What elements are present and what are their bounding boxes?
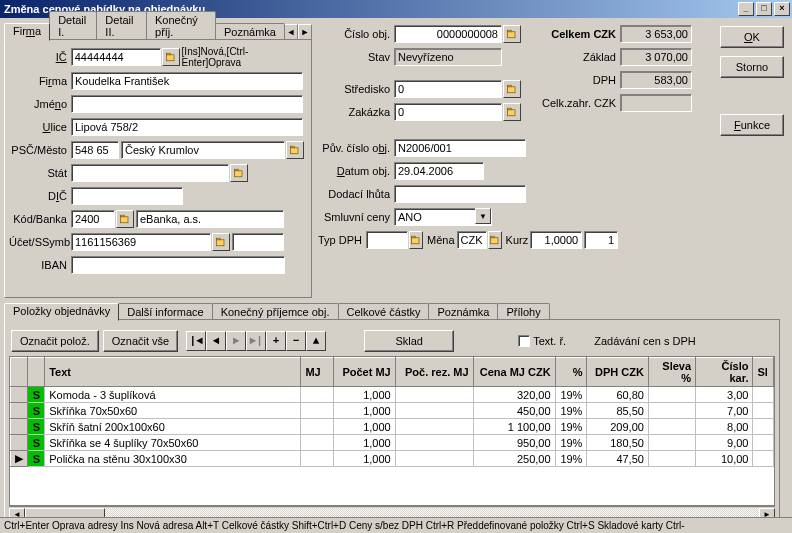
mesto-lookup[interactable] <box>286 141 304 159</box>
cisloobj-input[interactable] <box>394 25 502 43</box>
tab-celkove-castky[interactable]: Celkové částky <box>338 303 430 320</box>
stat-lookup[interactable] <box>230 164 248 182</box>
stredisko-label: Středisko <box>318 83 394 95</box>
table-row[interactable]: SKomoda - 3 šuplíková1,000320,0019%60,80… <box>11 387 774 403</box>
stredisko-lookup[interactable] <box>503 80 521 98</box>
col-sl[interactable]: Sl <box>753 358 774 387</box>
col-mj[interactable]: MJ <box>301 358 334 387</box>
nav-add[interactable]: + <box>266 331 286 351</box>
nav-edit[interactable]: ▲ <box>306 331 326 351</box>
banka-input[interactable] <box>136 210 284 228</box>
col-cenamj[interactable]: Cena MJ CZK <box>473 358 555 387</box>
textr-checkbox[interactable] <box>518 335 530 347</box>
nav-first[interactable]: |◄ <box>186 331 206 351</box>
bankkod-input[interactable] <box>71 210 115 228</box>
ic-lookup[interactable] <box>162 48 180 66</box>
svg-rect-9 <box>217 238 221 240</box>
tab-nav-left[interactable]: ◄ <box>284 24 298 40</box>
iban-input[interactable] <box>71 256 285 274</box>
ssymb-input[interactable] <box>232 233 284 251</box>
tab-prilohy[interactable]: Přílohy <box>497 303 549 320</box>
tab-polozky[interactable]: Položky objednávky <box>4 303 119 321</box>
ic-hint: [Ins]Nová,[Ctrl-Enter]Oprava <box>182 46 307 68</box>
tab-detail2[interactable]: Detail II. <box>96 11 147 40</box>
oznacit-button[interactable]: Označit polož. <box>11 330 99 352</box>
smluvni-dropdown[interactable]: ▼ <box>475 208 491 224</box>
dic-input[interactable] <box>71 187 183 205</box>
typdph-input[interactable] <box>366 231 408 249</box>
tab-firma[interactable]: Firma <box>4 23 50 41</box>
nav-delete[interactable]: − <box>286 331 306 351</box>
typdph-lookup[interactable] <box>409 231 423 249</box>
svg-rect-7 <box>121 215 125 217</box>
jmeno-input[interactable] <box>71 95 303 113</box>
mena-lookup[interactable] <box>488 231 502 249</box>
dodaci-input[interactable] <box>394 185 526 203</box>
kurz-label: Kurz <box>502 234 531 246</box>
zakazka-input[interactable] <box>394 103 502 121</box>
tab-konecny-prijemce[interactable]: Konečný příjemce obj. <box>212 303 339 320</box>
col-text[interactable]: Text <box>45 358 301 387</box>
items-toolbar: Označit polož. Označit vše |◄ ◄ ► ►| + −… <box>9 326 775 356</box>
nav-last[interactable]: ►| <box>246 331 266 351</box>
cisloobj-lookup[interactable] <box>503 25 521 43</box>
items-grid[interactable]: Text MJ Počet MJ Poč. rez. MJ Cena MJ CZ… <box>9 356 775 506</box>
col-pocetmj[interactable]: Počet MJ <box>334 358 396 387</box>
svg-rect-3 <box>291 146 295 148</box>
table-row[interactable]: SSkříňka se 4 šuplíky 70x50x601,000950,0… <box>11 435 774 451</box>
tab-konecny-prij[interactable]: Konečný příj. <box>146 11 216 40</box>
tab-dalsi-info[interactable]: Další informace <box>118 303 212 320</box>
stav-label: Stav <box>318 51 394 63</box>
zakazka-label: Zakázka <box>318 106 394 118</box>
table-row[interactable]: ▶SPolička na stěnu 30x100x301,000250,001… <box>11 451 774 467</box>
ucet-input[interactable] <box>71 233 211 251</box>
svg-rect-8 <box>217 240 225 246</box>
tab-nav-right[interactable]: ► <box>298 24 312 40</box>
firma-input[interactable] <box>71 72 303 90</box>
cisloobj-label: Číslo obj. <box>318 28 394 40</box>
iban-label: IBAN <box>9 259 71 271</box>
maximize-button[interactable]: □ <box>756 2 772 16</box>
oznacit-vse-button[interactable]: Označit vše <box>103 330 178 352</box>
psc-input[interactable] <box>71 141 119 159</box>
datum-input[interactable] <box>394 162 484 180</box>
svg-rect-19 <box>490 236 494 238</box>
col-cislokar[interactable]: Číslo kar. <box>696 358 753 387</box>
statusbar: Ctrl+Enter Oprava adresy Ins Nová adresa… <box>0 517 792 533</box>
ic-input[interactable] <box>71 48 161 66</box>
zaklad-label: Základ <box>542 51 620 63</box>
col-sleva[interactable]: Sleva % <box>648 358 695 387</box>
svg-rect-14 <box>508 110 516 116</box>
typdph-label: Typ DPH <box>318 234 366 246</box>
col-dphczk[interactable]: DPH CZK <box>587 358 649 387</box>
celkzahr-value <box>620 94 692 112</box>
stat-label: Stát <box>9 167 71 179</box>
svg-rect-13 <box>508 85 512 87</box>
minimize-button[interactable]: _ <box>738 2 754 16</box>
ucet-lookup[interactable] <box>212 233 230 251</box>
bank-lookup[interactable] <box>116 210 134 228</box>
tab-inner-poznamka[interactable]: Poznámka <box>428 303 498 320</box>
mena-input[interactable] <box>457 231 487 249</box>
stav-input <box>394 48 502 66</box>
col-pct[interactable]: % <box>555 358 587 387</box>
tab-poznamka[interactable]: Poznámka <box>215 23 285 40</box>
table-row[interactable]: SSkříňka 70x50x601,000450,0019%85,507,00 <box>11 403 774 419</box>
stredisko-input[interactable] <box>394 80 502 98</box>
celkem-value <box>620 25 692 43</box>
zakazka-lookup[interactable] <box>503 103 521 121</box>
puvcislo-input[interactable] <box>394 139 526 157</box>
col-pocrez[interactable]: Poč. rez. MJ <box>395 358 473 387</box>
table-row[interactable]: SSkříň šatní 200x100x601,0001 100,0019%2… <box>11 419 774 435</box>
nav-prev[interactable]: ◄ <box>206 331 226 351</box>
stat-input[interactable] <box>71 164 229 182</box>
nav-next[interactable]: ► <box>226 331 246 351</box>
svg-rect-12 <box>508 87 516 93</box>
ulice-input[interactable] <box>71 118 303 136</box>
sklad-button[interactable]: Sklad <box>364 330 454 352</box>
svg-rect-4 <box>235 171 243 177</box>
tab-detail1[interactable]: Detail I. <box>49 11 97 40</box>
mesto-input[interactable] <box>121 141 285 159</box>
svg-rect-10 <box>508 32 516 38</box>
close-button[interactable]: × <box>774 2 790 16</box>
